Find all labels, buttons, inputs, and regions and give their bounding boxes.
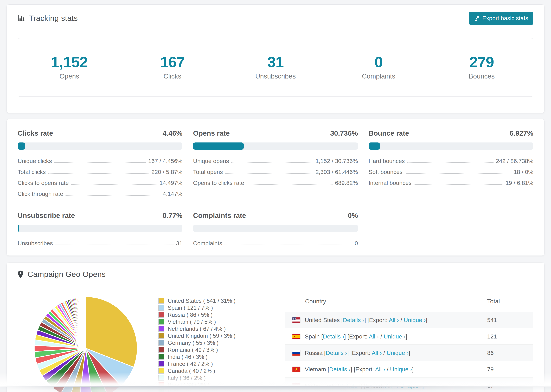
geo-content: United States ( 541 / 31% )Spain ( 121 /… [7, 286, 544, 392]
details-link[interactable]: Details › [323, 333, 344, 340]
legend-item-united-kingdom[interactable]: United Kingdom ( 59 / 3% ) [158, 332, 272, 339]
detail-value: 1,152 / 30.736% [316, 158, 358, 164]
export-bracket: ] [Export: [344, 333, 369, 340]
campaign-geo-opens-card: Campaign Geo Opens United States ( 541 /… [7, 263, 544, 392]
close-bracket: ] [422, 382, 424, 389]
geo-row-total: 121 [487, 333, 533, 340]
export-all-link[interactable]: All › [385, 382, 396, 389]
export-unique-link[interactable]: Unique › [404, 317, 426, 323]
rate-value: 4.46% [162, 129, 182, 137]
tracking-stats-header: Tracking stats Export basic stats [7, 5, 544, 32]
progress-bar [369, 142, 533, 150]
legend-item-romania[interactable]: Romania ( 49 / 3% ) [158, 346, 272, 353]
legend-item-india[interactable]: India ( 46 / 3% ) [158, 353, 272, 360]
rate-head: Bounce rate6.927% [369, 129, 533, 137]
legend-item-united-states[interactable]: United States ( 541 / 31% ) [158, 297, 272, 304]
export-bracket: ] [Export: [347, 350, 372, 356]
export-unique-link[interactable]: Unique › [390, 366, 412, 372]
legend-swatch [158, 340, 164, 346]
detail-value: 19 / 6.81% [505, 179, 533, 186]
legend-swatch [158, 375, 164, 381]
legend-item-russia[interactable]: Russia ( 86 / 5% ) [158, 311, 272, 318]
legend-label: Romania ( 49 / 3% ) [168, 347, 218, 353]
export-all-link[interactable]: All › [389, 317, 399, 323]
detail-value: 14.497% [160, 179, 182, 186]
detail-value: 31 [176, 240, 183, 247]
legend-swatch [158, 333, 164, 339]
legend-item-spain[interactable]: Spain ( 121 / 7% ) [158, 304, 272, 311]
rate-value: 30.736% [330, 129, 358, 137]
bar-chart-icon [18, 15, 25, 22]
legend-label: Russia ( 86 / 5% ) [168, 312, 212, 318]
geo-row-text: Netherlands [Details ›] [Export: All › /… [305, 382, 487, 389]
detail-label: Clicks to opens rate [18, 179, 69, 186]
detail-row-hard-bounces: Hard bounces242 / 86.738% [369, 158, 533, 164]
legend-item-south-africa[interactable]: South Africa ( 29 / 2% ) [158, 388, 272, 392]
detail-label: Internal bounces [369, 179, 411, 186]
legend-swatch [158, 326, 164, 332]
legend-item-netherlands[interactable]: Netherlands ( 67 / 4% ) [158, 325, 272, 332]
stat-value: 167 [121, 53, 224, 71]
detail-label: Complaints [193, 240, 222, 247]
progress-bar [193, 225, 358, 232]
detail-label: Click through rate [18, 190, 63, 197]
dotted-leader [407, 162, 493, 163]
progress-bar [18, 225, 182, 232]
details-link[interactable]: Details › [326, 350, 347, 356]
export-all-link[interactable]: All › [375, 366, 385, 372]
geo-row-vietnam: Vietnam [Details ›] [Export: All › / Uni… [285, 361, 533, 378]
legend-swatch [158, 354, 164, 360]
page-title: Tracking stats [29, 14, 78, 23]
pie-slice-other-46[interactable] [85, 297, 86, 348]
legend-item-france[interactable]: France ( 42 / 2% ) [158, 360, 272, 367]
legend-label: Vietnam ( 79 / 5% ) [168, 319, 216, 325]
details-link[interactable]: Details › [329, 366, 351, 372]
dotted-leader [54, 162, 146, 163]
country-name: Russia [ [305, 350, 326, 356]
rate-section-unsubscribe-rate: Unsubscribe rate0.77%Unsubscribes31 [18, 211, 182, 247]
stat-label: Opens [18, 72, 121, 80]
detail-label: Unique clicks [18, 158, 52, 164]
legend-item-italy[interactable]: Italy ( 36 / 2% ) [158, 374, 272, 381]
tracking-stats-page: { "colors": { "accent_teal": "#0e86a0", … [0, 0, 551, 392]
export-unique-link[interactable]: Unique › [384, 333, 406, 340]
rate-rows: Hard bounces242 / 86.738%Soft bounces18 … [369, 158, 533, 186]
detail-value: 2,303 / 61.446% [316, 168, 358, 175]
rate-rows: Complaints0 [193, 240, 358, 247]
geo-row-text: Russia [Details ›] [Export: All › / Uniq… [305, 350, 487, 356]
rate-rows: Unique clicks167 / 4.456%Total clicks220… [18, 158, 182, 197]
export-unique-link[interactable]: Unique › [400, 382, 422, 389]
export-basic-stats-button[interactable]: Export basic stats [469, 12, 533, 25]
export-button-label: Export basic stats [482, 15, 528, 21]
details-link[interactable]: Details › [343, 317, 364, 323]
legend-item-vietnam[interactable]: Vietnam ( 79 / 5% ) [158, 318, 272, 325]
legend-item-canada[interactable]: Canada ( 40 / 2% ) [158, 367, 272, 374]
export-all-link[interactable]: All › [369, 333, 379, 340]
country-name: United States [ [305, 317, 343, 323]
progress-bar-fill [369, 142, 380, 150]
geo-legend: United States ( 541 / 31% )Spain ( 121 /… [158, 297, 272, 392]
dotted-leader [414, 184, 503, 185]
rate-section-clicks-rate: Clicks rate4.46%Unique clicks167 / 4.456… [18, 129, 182, 197]
details-link[interactable]: Details › [339, 382, 361, 389]
detail-label: Hard bounces [369, 158, 405, 164]
flag-ru-icon [292, 350, 300, 356]
slash-separator: / [379, 333, 384, 340]
legend-item-germany[interactable]: Germany ( 55 / 3% ) [158, 339, 272, 346]
detail-row-unsubscribes: Unsubscribes31 [18, 240, 182, 247]
detail-label: Opens to clicks rate [193, 179, 244, 186]
legend-label: South Africa ( 29 / 2% ) [168, 389, 226, 392]
stat-value: 31 [224, 53, 327, 71]
export-bracket: ] [Export: [351, 366, 375, 372]
detail-value: 220 / 5.87% [151, 168, 182, 175]
dotted-leader [65, 195, 160, 196]
legend-swatch [158, 305, 164, 311]
rate-section-complaints-rate: Complaints rate0%Complaints0 [193, 211, 358, 247]
rate-head: Complaints rate0% [193, 211, 358, 220]
export-unique-link[interactable]: Unique › [387, 350, 409, 356]
detail-value: 689.82% [335, 179, 358, 186]
legend-item-brazil[interactable]: Brazil ( 33 / 2% ) [158, 381, 272, 388]
export-all-link[interactable]: All › [372, 350, 382, 356]
dotted-leader [247, 184, 333, 185]
close-bracket: ] [412, 366, 414, 372]
